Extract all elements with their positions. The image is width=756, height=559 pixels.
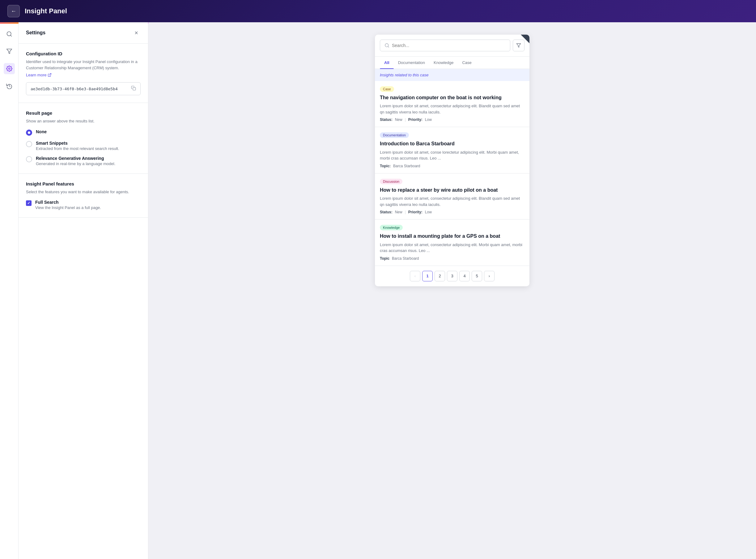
topbar: ← Insight Panel [0, 0, 756, 22]
meta-topic-label: Topic [380, 256, 389, 261]
option-none[interactable]: None [26, 129, 141, 136]
learn-more-link[interactable]: Learn more [26, 73, 52, 77]
pagination: ‹ 1 2 3 4 5 › [375, 266, 529, 286]
result-page-description: Show an answer above the results list. [26, 118, 141, 124]
features-section: Insight Panel features Select the featur… [19, 174, 148, 218]
meta-priority-value: Low [425, 210, 432, 214]
radio-smart-snippets[interactable] [26, 141, 32, 147]
tabs: All Documentation Knowledge Case [375, 57, 529, 69]
pagination-next[interactable]: › [484, 271, 495, 281]
result-description: Lorem ipsum dolor sit amet, conse lorect… [380, 149, 525, 161]
meta-status-label: Status: [380, 117, 392, 122]
search-input-wrapper[interactable] [380, 40, 510, 51]
features-description: Select the features you want to make ava… [26, 189, 141, 195]
settings-title: Settings [26, 30, 45, 36]
sidebar-item-history[interactable] [4, 81, 15, 91]
option-none-text: None [36, 129, 47, 134]
result-meta: Topic: Barca Starboard [380, 164, 525, 168]
pagination-page-4[interactable]: 4 [459, 271, 470, 281]
svg-rect-5 [133, 88, 136, 90]
tab-all[interactable]: All [380, 57, 394, 69]
result-page-title: Result page [26, 110, 141, 116]
meta-divider: | [405, 117, 406, 122]
sidebar [0, 22, 19, 559]
meta-priority-label: Priority: [408, 117, 422, 122]
page-title: Insight Panel [25, 7, 67, 15]
meta-priority-value: Low [425, 117, 432, 122]
tab-knowledge[interactable]: Knowledge [429, 57, 458, 69]
back-button[interactable]: ← [7, 5, 20, 17]
sidebar-item-filter[interactable] [4, 46, 15, 57]
tab-case[interactable]: Case [458, 57, 476, 69]
option-rga-text: Relevance Generative Answering Generated… [36, 156, 115, 166]
option-full-search-label: Full Search [35, 200, 101, 205]
option-full-search-text: Full Search View the Insight Panel as a … [35, 200, 101, 210]
radio-rga[interactable] [26, 156, 32, 162]
result-meta: Topic Barca Starboard [380, 256, 525, 261]
option-full-search[interactable]: Full Search View the Insight Panel as a … [26, 200, 141, 210]
results-list: Case The navigation computer on the boat… [375, 81, 529, 266]
result-page-section: Result page Show an answer above the res… [19, 103, 148, 174]
result-item[interactable]: Knowledge How to install a mounting plat… [375, 220, 529, 265]
result-description: Lorem ipsum dolor sit amet, consectetur … [380, 103, 525, 115]
pagination-page-3[interactable]: 3 [447, 271, 457, 281]
preview-corner [521, 35, 529, 43]
config-id-title: Configuration ID [26, 51, 141, 56]
meta-topic-value: Barca Starboard [393, 164, 420, 168]
result-title: Introduction to Barca Starboard [380, 140, 525, 147]
meta-status-label: Status: [380, 210, 392, 214]
result-title: How to replace a steer by wire auto pilo… [380, 187, 525, 194]
result-badge: Documentation [380, 132, 409, 138]
result-title: The navigation computer on the boat is n… [380, 94, 525, 101]
meta-status-value: New [395, 210, 403, 214]
option-smart-snippets-text: Smart Snippets Extracted from the most r… [36, 141, 119, 151]
option-none-label: None [36, 129, 47, 134]
back-arrow-icon: ← [11, 8, 16, 15]
meta-status-value: New [395, 117, 403, 122]
config-id-value: ae3ed1db-3b73-46f0-b6e3-8ae491d8e5b4 [30, 87, 131, 91]
option-rga-desc: Generated in real-time by a language mod… [36, 161, 115, 166]
result-description: Lorem ipsum dolor sit amet, consectetur … [380, 195, 525, 207]
pagination-page-5[interactable]: 5 [472, 271, 482, 281]
result-item[interactable]: Documentation Introduction to Barca Star… [375, 127, 529, 173]
result-item[interactable]: Discussion How to replace a steer by wir… [375, 174, 529, 220]
result-item[interactable]: Case The navigation computer on the boat… [375, 81, 529, 127]
checkbox-full-search[interactable] [26, 200, 31, 206]
sidebar-item-settings[interactable] [4, 63, 15, 74]
main-layout: Settings × Configuration ID Identifier u… [0, 22, 756, 559]
pagination-prev[interactable]: ‹ [410, 271, 420, 281]
search-input[interactable] [392, 43, 506, 48]
copy-icon[interactable] [131, 86, 136, 92]
features-options: Full Search View the Insight Panel as a … [26, 200, 141, 210]
config-id-field: ae3ed1db-3b73-46f0-b6e3-8ae491d8e5b4 [26, 82, 141, 95]
config-id-description: Identifier used to integrate your Insigh… [26, 59, 141, 71]
result-meta: Status: New | Priority: Low [380, 117, 525, 122]
tab-documentation[interactable]: Documentation [394, 57, 429, 69]
pagination-page-2[interactable]: 2 [435, 271, 445, 281]
result-description: Lorem ipsum dolor sit amet, consectetur … [380, 242, 525, 254]
radio-none[interactable] [26, 130, 32, 136]
sidebar-item-search[interactable] [4, 28, 15, 40]
svg-marker-2 [6, 49, 12, 54]
option-smart-snippets[interactable]: Smart Snippets Extracted from the most r… [26, 141, 141, 151]
settings-header: Settings × [19, 22, 148, 44]
result-page-options: None Smart Snippets Extracted from the m… [26, 129, 141, 166]
pagination-page-1[interactable]: 1 [422, 271, 433, 281]
preview-panel: All Documentation Knowledge Case Insight… [375, 35, 529, 286]
svg-point-3 [8, 68, 10, 70]
result-title: How to install a mounting plate for a GP… [380, 233, 525, 240]
result-badge: Discussion [380, 179, 403, 184]
option-rga-label: Relevance Generative Answering [36, 156, 115, 161]
meta-topic-value: Barca Starboard [392, 256, 419, 261]
svg-line-4 [49, 73, 51, 75]
search-icon [385, 43, 389, 48]
meta-divider: | [405, 210, 406, 214]
option-full-search-desc: View the Insight Panel as a full page. [35, 205, 101, 210]
settings-close-button[interactable]: × [132, 28, 141, 37]
meta-topic-label: Topic: [380, 164, 391, 168]
result-badge: Case [380, 86, 394, 92]
option-rga[interactable]: Relevance Generative Answering Generated… [26, 156, 141, 166]
option-smart-snippets-label: Smart Snippets [36, 141, 119, 146]
learn-more-label: Learn more [26, 73, 46, 77]
result-meta: Status: New | Priority: Low [380, 210, 525, 214]
